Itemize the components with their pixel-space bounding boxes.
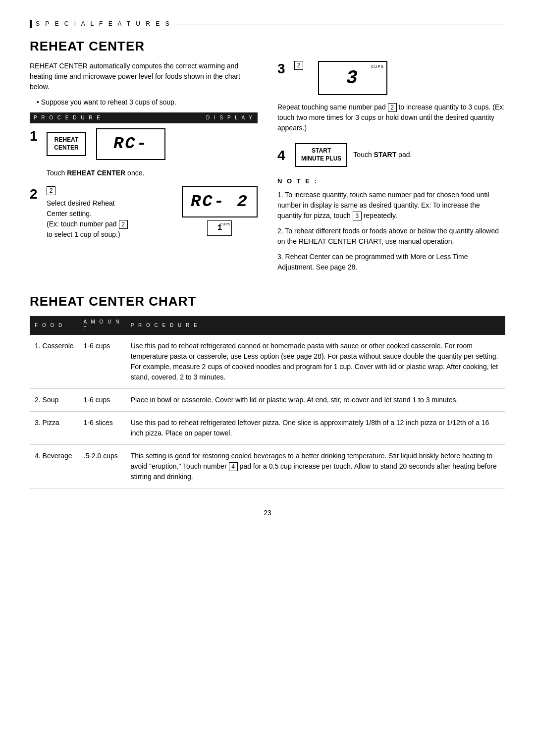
procedure-label: P R O C E D U R E — [34, 114, 144, 121]
col-food-header: F O O D — [30, 316, 79, 335]
step2-inline-box: 2 — [119, 220, 128, 229]
chart-cell-food: 4. Beverage — [30, 445, 79, 488]
chart-row: 2. Soup1-6 cupsPlace in bowl or casserol… — [30, 389, 505, 412]
step2-line4: to select 1 cup of soup.) — [47, 229, 174, 240]
button-line1: Reheat — [53, 136, 80, 144]
step2-content: 2 Select desired Reheat Center setting. … — [47, 186, 258, 240]
chart-cell-amount: 1-6 cups — [79, 335, 126, 389]
step1-number: 1 — [30, 129, 42, 143]
step1-display-text: RC- — [113, 132, 148, 156]
display-label: D I S P L A Y — [144, 114, 254, 121]
note-item-3: 3. Reheat Center can be programmed with … — [277, 252, 505, 272]
chart-cell-procedure: Place in bowl or casserole. Cover with l… — [126, 389, 505, 412]
chart-cell-amount: 1-6 cups — [79, 389, 126, 412]
chart-cell-amount: 1-6 slices — [79, 412, 126, 445]
reheat-center-button: Reheat Center — [47, 132, 86, 156]
chart-section: Reheat Center Chart F O O D A M O U N T … — [30, 292, 505, 488]
step3-cups-label: CUPS — [371, 64, 384, 69]
step4-number: 4 — [277, 149, 289, 162]
page-number: 23 — [30, 508, 505, 518]
note-item2-text: To reheat different foods or foods above… — [277, 227, 499, 245]
step4-instruction: Touch START pad. — [353, 150, 412, 160]
chart-cell-procedure: Use this pad to reheat refrigerated left… — [126, 412, 505, 445]
right-column: 3 2 3 CUPS Repeat touching same number p… — [277, 61, 505, 277]
step2-desc: 2 Select desired Reheat Center setting. … — [47, 186, 174, 240]
left-column: REHEAT CENTER automatically computes the… — [30, 61, 258, 277]
step2-line1: Select desired Reheat — [47, 198, 174, 209]
chart-row: 4. Beverage.5-2.0 cupsThis setting is go… — [30, 445, 505, 488]
step3-boxed-num: 2 — [294, 61, 303, 70]
note-item1-box: 3 — [353, 212, 362, 220]
step4-post: pad. — [396, 151, 412, 159]
step2-line3: (Ex: touch number pad 2 — [47, 219, 174, 229]
intro-text: REHEAT CENTER automatically computes the… — [30, 61, 258, 92]
step3-row: 3 2 3 CUPS — [277, 61, 505, 95]
step1-row: 1 Reheat Center RC- — [30, 128, 258, 160]
special-features-label: S P E C I A L F E A T U R E S — [36, 20, 171, 28]
step2-row: 2 2 Select desired Reheat Center setting… — [30, 186, 258, 240]
note-item3-text: Reheat Center can be programmed with Mor… — [277, 253, 468, 271]
bullet-text: Suppose you want to reheat 3 cups of sou… — [41, 98, 176, 106]
chart-heading: Reheat Center Chart — [30, 292, 505, 310]
step2-display-sub: 1 CUPS — [207, 220, 232, 235]
chart-cell-amount: .5-2.0 cups — [79, 445, 126, 488]
chart-cell-procedure: Use this pad to reheat refrigerated cann… — [126, 335, 505, 389]
step4-bold: START — [374, 151, 397, 159]
step3-boxed-row: 2 — [294, 61, 303, 70]
step2-display-main: RC- 2 — [182, 186, 258, 218]
chart-header-row: F O O D A M O U N T P R O C E D U R E — [30, 316, 505, 335]
step2-line3-text: (Ex: touch number pad — [47, 220, 117, 228]
chart-row: 1. Casserole1-6 cupsUse this pad to rehe… — [30, 335, 505, 389]
step3-content: 2 3 CUPS — [294, 61, 505, 95]
step2-number: 2 — [30, 187, 42, 201]
special-features-header: S P E C I A L F E A T U R E S — [30, 20, 505, 28]
chart-cell-food: 1. Casserole — [30, 335, 79, 389]
step3-left: 2 — [294, 61, 303, 70]
note-section: N O T E : 1. To increase quantity, touch… — [277, 177, 505, 272]
start-button-line2: Minute Plus — [301, 155, 341, 163]
step2-boxed-num: 2 — [47, 186, 55, 195]
step3-inst-box: 2 — [388, 103, 397, 112]
step3-inst-pre: Repeat touching same number pad — [277, 103, 386, 111]
step4-row: 4 Start Minute Plus Touch START pad. — [277, 143, 505, 166]
chart-table: F O O D A M O U N T P R O C E D U R E 1.… — [30, 316, 505, 488]
step3-display-text: 3 — [346, 65, 359, 91]
chart-cell-food: 2. Soup — [30, 389, 79, 412]
step4-pre: Touch — [353, 151, 374, 159]
note-heading: N O T E : — [277, 177, 505, 186]
chart-row: 3. Pizza1-6 slicesUse this pad to reheat… — [30, 412, 505, 445]
chart-cell-food: 3. Pizza — [30, 412, 79, 445]
step1-bold: REHEAT CENTER — [67, 169, 125, 177]
main-content: REHEAT CENTER automatically computes the… — [30, 61, 505, 277]
step2-cups-label: CUPS — [220, 222, 230, 227]
bullet-item: • Suppose you want to reheat 3 cups of s… — [30, 97, 258, 108]
header-line — [175, 24, 505, 24]
bullet-symbol: • — [37, 98, 41, 106]
start-minute-plus-button: Start Minute Plus — [295, 143, 347, 166]
step3-display: 3 CUPS — [318, 61, 387, 95]
step3-instruction: Repeat touching same number pad 2 to inc… — [277, 102, 505, 133]
step1-instruction: Touch REHEAT CENTER once. — [47, 168, 258, 178]
start-button-line1: Start — [301, 147, 341, 155]
col-amount-header: A M O U N T — [79, 316, 126, 335]
step3-number: 3 — [277, 62, 289, 76]
step2-boxed-row: 2 — [47, 186, 174, 195]
button-line2: Center — [53, 144, 80, 152]
reheat-center-heading: Reheat Center — [30, 37, 505, 55]
step2-line2: Center setting. — [47, 209, 174, 219]
chart-cell-procedure: This setting is good for restoring coole… — [126, 445, 505, 488]
step2-display-text: RC- 2 — [191, 190, 249, 214]
step2-displays: RC- 2 1 CUPS — [182, 186, 258, 240]
step1-content: Reheat Center RC- — [47, 128, 258, 160]
note-item-1: 1. To increase quantity, touch same numb… — [277, 190, 505, 221]
note-item-2: 2. To reheat different foods or foods ab… — [277, 226, 505, 247]
step1-display: RC- — [96, 128, 165, 160]
proc-disp-header: P R O C E D U R E D I S P L A Y — [30, 112, 258, 123]
col-procedure-header: P R O C E D U R E — [126, 316, 505, 335]
